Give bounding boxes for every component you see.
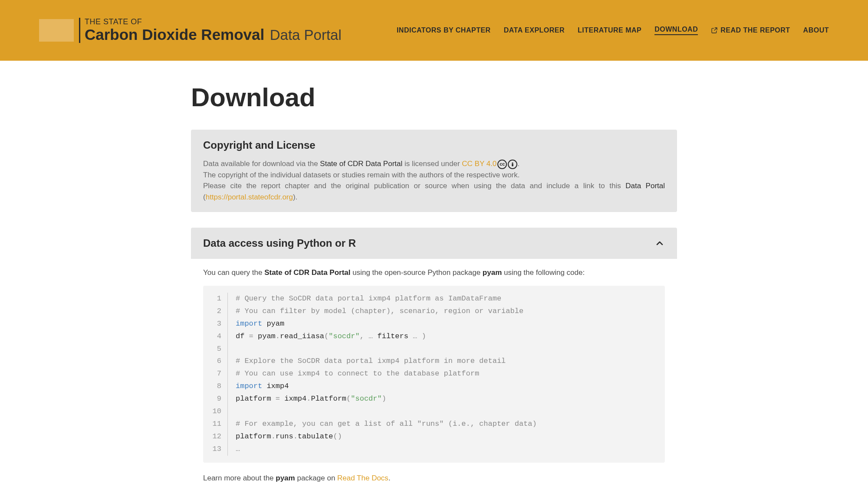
copyright-text: Data available for download via the xyxy=(203,160,320,168)
accordion-body: You can query the State of CDR Data Port… xyxy=(191,259,677,483)
accordion-title: Data access using Python or R xyxy=(203,237,356,249)
logo-subtitle: Data Portal xyxy=(270,27,342,43)
copyright-text: The copyright of the individual datasets… xyxy=(203,171,520,179)
intro-text: You can query the State of CDR Data Port… xyxy=(203,268,665,277)
nav-label: LITERATURE MAP xyxy=(578,26,641,34)
copyright-text: is licensed under xyxy=(402,160,462,168)
text-strong: pyam xyxy=(276,474,295,482)
read-the-docs-link[interactable]: Read The Docs xyxy=(337,474,388,482)
text: using the open-source Python package xyxy=(351,268,483,277)
text-strong: State of CDR Data Portal xyxy=(264,268,350,277)
copyright-title: Copyright and License xyxy=(203,139,665,151)
copyright-text: . xyxy=(517,160,519,168)
cc-by-icon xyxy=(508,160,517,169)
nav-link-explorer[interactable]: DATA EXPLORER xyxy=(504,26,565,34)
text: using the following code: xyxy=(502,268,585,277)
accordion-toggle[interactable]: Data access using Python or R xyxy=(191,228,677,259)
nav-link-about[interactable]: ABOUT xyxy=(803,26,829,34)
copyright-body: Data available for download via the Stat… xyxy=(203,158,665,202)
logo[interactable]: THE STATE OF Carbon Dioxide Removal Data… xyxy=(39,18,342,43)
code-gutter: 12345678910111213 xyxy=(212,293,228,456)
logo-supertitle: THE STATE OF xyxy=(85,18,342,26)
text: package on xyxy=(295,474,337,482)
page-title: Download xyxy=(191,82,677,112)
copyright-text: Please cite the report chapter and the o… xyxy=(203,182,625,190)
text: . xyxy=(388,474,391,482)
code-block: 12345678910111213 # Query the SoCDR data… xyxy=(203,286,665,463)
outro-text: Learn more about the pyam package on Rea… xyxy=(203,474,665,483)
nav-label: INDICATORS BY CHAPTER xyxy=(397,26,491,34)
copyright-box: Copyright and License Data available for… xyxy=(191,130,677,212)
logo-title: Carbon Dioxide Removal xyxy=(85,26,264,43)
logo-mark xyxy=(39,19,74,42)
nav-label: READ THE REPORT xyxy=(720,26,790,34)
portal-url-link[interactable]: https://portal.stateofcdr.org xyxy=(206,193,293,201)
text: You can query the xyxy=(203,268,264,277)
nav-label: DOWNLOAD xyxy=(654,26,698,33)
cc-icon: cc xyxy=(497,160,507,169)
data-access-accordion: Data access using Python or R You can qu… xyxy=(191,228,677,483)
copyright-product-name: State of CDR Data Portal xyxy=(320,160,402,168)
nav-link-indicators[interactable]: INDICATORS BY CHAPTER xyxy=(397,26,491,34)
copyright-product-name: Data Portal xyxy=(625,182,665,190)
main-nav: INDICATORS BY CHAPTERDATA EXPLORERLITERA… xyxy=(397,26,829,35)
svg-rect-1 xyxy=(512,164,514,166)
chevron-up-icon xyxy=(654,238,665,248)
svg-point-0 xyxy=(512,162,513,163)
external-link-icon xyxy=(711,27,718,34)
nav-label: ABOUT xyxy=(803,26,829,34)
nav-link-download[interactable]: DOWNLOAD xyxy=(654,26,698,35)
cc-icons: cc xyxy=(497,160,517,169)
text-strong: pyam xyxy=(483,268,502,277)
code-content: # Query the SoCDR data portal ixmp4 plat… xyxy=(228,293,537,456)
site-header: THE STATE OF Carbon Dioxide Removal Data… xyxy=(0,0,868,61)
nav-link-report[interactable]: READ THE REPORT xyxy=(711,26,790,34)
copyright-text: ). xyxy=(293,193,297,201)
nav-label: DATA EXPLORER xyxy=(504,26,565,34)
nav-link-litmap[interactable]: LITERATURE MAP xyxy=(578,26,641,34)
text: Learn more about the xyxy=(203,474,276,482)
cc-license-link[interactable]: CC BY 4.0 xyxy=(462,160,496,168)
logo-text: THE STATE OF Carbon Dioxide Removal Data… xyxy=(79,18,342,43)
